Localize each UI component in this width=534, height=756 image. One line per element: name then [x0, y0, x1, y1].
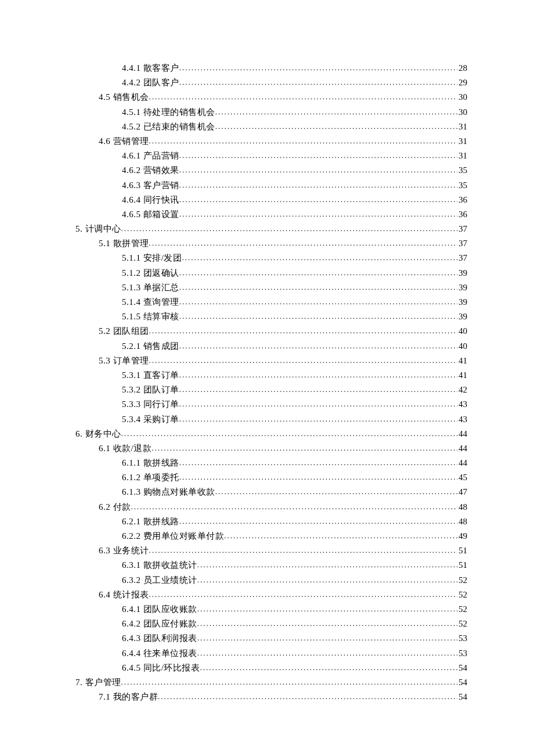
- toc-leader-dots: [200, 664, 457, 671]
- toc-entry-label: 5.3.4 采购订单: [122, 415, 179, 424]
- toc-entry[interactable]: 6.4 统计报表52: [75, 591, 467, 599]
- toc-entry-page: 35: [457, 166, 467, 175]
- toc-entry-label: 5.1.2 团返确认: [122, 269, 179, 278]
- toc-entry[interactable]: 5. 计调中心37: [75, 225, 467, 233]
- toc-entry[interactable]: 4.6.4 同行快讯36: [75, 196, 467, 204]
- toc-entry[interactable]: 5.1.1 安排/发团37: [75, 254, 467, 262]
- toc-leader-dots: [179, 78, 457, 86]
- toc-entry[interactable]: 6.3 业务统计51: [75, 546, 467, 555]
- toc-entry[interactable]: 5.1.4 查询管理39: [75, 298, 467, 307]
- toc-leader-dots: [149, 93, 458, 100]
- toc-entry[interactable]: 5.3.2 团队订单42: [75, 386, 467, 394]
- toc-entry-page: 51: [457, 561, 467, 570]
- toc-leader-dots: [149, 327, 458, 334]
- toc-leader-dots: [121, 678, 458, 686]
- toc-entry-label: 6.3.1 散拼收益统计: [122, 561, 197, 570]
- toc-entry[interactable]: 5.1.3 单据汇总39: [75, 283, 467, 292]
- toc-entry-label: 6.2.2 费用单位对账单付款: [122, 532, 224, 541]
- toc-entry[interactable]: 6.3.1 散拼收益统计51: [75, 561, 467, 570]
- toc-entry-page: 39: [457, 298, 467, 307]
- toc-entry-page: 36: [457, 196, 467, 204]
- toc-entry[interactable]: 6.2.1 散拼线路48: [75, 517, 467, 526]
- toc-entry-label: 6. 财务中心: [75, 430, 121, 438]
- toc-leader-dots: [179, 181, 457, 189]
- toc-entry[interactable]: 6.4.5 同比/环比报表54: [75, 664, 467, 672]
- toc-entry-label: 6.4.4 往来单位报表: [122, 649, 197, 658]
- toc-entry-label: 6.4.2 团队应付账款: [122, 620, 197, 628]
- toc-entry-label: 7.1 我的客户群: [99, 693, 158, 701]
- toc-entry[interactable]: 5.3.1 直客订单41: [75, 371, 467, 380]
- toc-leader-dots: [179, 400, 457, 408]
- toc-entry[interactable]: 5.2 团队组团40: [75, 327, 467, 336]
- toc-entry-page: 40: [457, 342, 467, 351]
- toc-entry[interactable]: 6.1.1 散拼线路44: [75, 459, 467, 467]
- toc-entry-label: 6.4 统计报表: [99, 591, 149, 599]
- toc-entry[interactable]: 6.1.2 单项委托45: [75, 473, 467, 482]
- toc-entry-label: 4.6.1 产品营销: [122, 152, 179, 160]
- toc-entry-page: 39: [457, 283, 467, 292]
- toc-entry[interactable]: 6.4.3 团队利润报表53: [75, 634, 467, 643]
- toc-entry[interactable]: 5.2.1 销售成团40: [75, 342, 467, 351]
- toc-entry-page: 53: [457, 634, 467, 643]
- toc-entry[interactable]: 4.5 销售机会30: [75, 93, 467, 102]
- toc-entry-page: 51: [457, 546, 467, 555]
- toc-entry[interactable]: 5.3 订单管理41: [75, 357, 467, 365]
- toc-entry[interactable]: 6.4.4 往来单位报表53: [75, 649, 467, 658]
- toc-entry-label: 5.1.1 安排/发团: [122, 254, 182, 262]
- toc-entry[interactable]: 4.6.5 邮箱设置36: [75, 210, 467, 219]
- toc-leader-dots: [197, 620, 457, 627]
- toc-entry-page: 37: [457, 239, 467, 248]
- toc-entry-label: 6.3 业务统计: [99, 546, 149, 555]
- toc-entry[interactable]: 4.6.2 营销效果35: [75, 166, 467, 175]
- toc-entry-page: 52: [457, 620, 467, 628]
- toc-entry-label: 4.5.2 已结束的销售机会: [122, 123, 215, 131]
- toc-leader-dots: [149, 239, 458, 247]
- toc-leader-dots: [179, 152, 457, 159]
- toc-entry[interactable]: 6.4.2 团队应付账款52: [75, 620, 467, 628]
- toc-entry-label: 4.5 销售机会: [99, 93, 149, 102]
- toc-entry-page: 31: [457, 123, 467, 131]
- toc-entry[interactable]: 7.1 我的客户群54: [75, 693, 467, 701]
- toc-entry[interactable]: 4.5.1 待处理的销售机会30: [75, 108, 467, 117]
- toc-entry[interactable]: 4.6.3 客户营销35: [75, 181, 467, 190]
- toc-entry[interactable]: 4.4.1 散客客户28: [75, 64, 467, 73]
- toc-entry-label: 5.1 散拼管理: [99, 239, 149, 248]
- toc-leader-dots: [197, 634, 457, 642]
- toc-entry-label: 4.4.1 散客客户: [122, 64, 179, 73]
- toc-entry-label: 7. 客户管理: [75, 678, 121, 687]
- toc-entry[interactable]: 6.1.3 购物点对账单收款47: [75, 488, 467, 496]
- toc-leader-dots: [149, 546, 458, 554]
- toc-leader-dots: [179, 517, 457, 525]
- toc-leader-dots: [121, 225, 458, 232]
- toc-entry[interactable]: 6.1 收款/退款44: [75, 444, 467, 453]
- toc-entry[interactable]: 6.4.1 团队应收账款52: [75, 605, 467, 614]
- toc-leader-dots: [179, 371, 457, 379]
- toc-entry[interactable]: 6.3.2 员工业绩统计52: [75, 576, 467, 585]
- toc-entry-page: 28: [457, 64, 467, 73]
- toc-leader-dots: [179, 166, 457, 174]
- toc-entry[interactable]: 5.1.5 结算审核39: [75, 312, 467, 321]
- toc-leader-dots: [179, 342, 457, 350]
- toc-entry[interactable]: 5.1 散拼管理37: [75, 239, 467, 248]
- toc-entry-label: 5.3.3 同行订单: [122, 400, 179, 409]
- toc-leader-dots: [121, 430, 458, 437]
- toc-leader-dots: [182, 254, 457, 261]
- toc-entry[interactable]: 5.3.4 采购订单43: [75, 415, 467, 424]
- toc-entry-page: 30: [457, 93, 467, 102]
- toc-entry[interactable]: 6. 财务中心44: [75, 430, 467, 438]
- toc-entry-page: 44: [457, 430, 467, 438]
- toc-entry[interactable]: 6.2 付款48: [75, 503, 467, 512]
- toc-entry-page: 54: [457, 664, 467, 672]
- toc-entry[interactable]: 5.1.2 团返确认39: [75, 269, 467, 278]
- toc-leader-dots: [131, 503, 458, 510]
- toc-entry[interactable]: 6.2.2 费用单位对账单付款49: [75, 532, 467, 541]
- toc-entry-page: 36: [457, 210, 467, 219]
- toc-entry[interactable]: 4.6 营销管理31: [75, 137, 467, 146]
- toc-entry[interactable]: 4.6.1 产品营销31: [75, 152, 467, 160]
- toc-leader-dots: [179, 210, 457, 218]
- toc-entry[interactable]: 4.5.2 已结束的销售机会31: [75, 123, 467, 131]
- toc-entry[interactable]: 7. 客户管理54: [75, 678, 467, 687]
- toc-entry[interactable]: 4.4.2 团队客户29: [75, 78, 467, 87]
- toc-entry-page: 52: [457, 591, 467, 599]
- toc-entry[interactable]: 5.3.3 同行订单43: [75, 400, 467, 409]
